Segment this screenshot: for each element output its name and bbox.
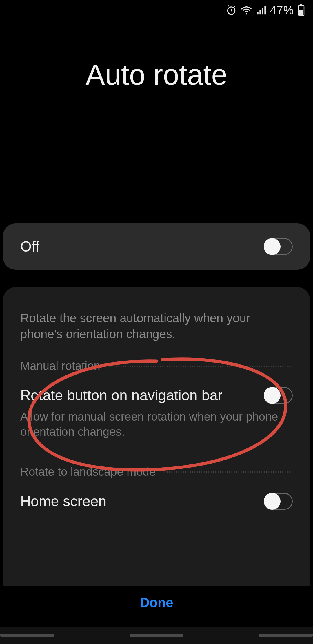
divider-dots (164, 471, 293, 473)
nav-back-button[interactable] (259, 634, 313, 637)
svg-rect-8 (299, 10, 303, 15)
home-screen-toggle[interactable] (264, 493, 293, 510)
done-button[interactable]: Done (123, 589, 191, 616)
section-header-landscape-mode: Rotate to landscape mode (20, 465, 293, 478)
toggle-knob (264, 238, 281, 255)
alarm-icon (226, 5, 237, 16)
home-screen-row[interactable]: Home screen (20, 493, 293, 510)
page-title: Auto rotate (0, 58, 313, 91)
divider-dots (109, 366, 293, 367)
settings-panel: Rotate the screen automatically when you… (3, 287, 310, 586)
setting-title: Rotate button on navigation bar (20, 387, 223, 404)
setting-subtitle: Allow for manual screen rotation when yo… (20, 409, 281, 439)
settings-description: Rotate the screen automatically when you… (20, 310, 293, 342)
nav-home-button[interactable] (130, 634, 184, 637)
battery-icon (297, 4, 305, 16)
svg-rect-7 (300, 4, 302, 6)
toggle-knob (264, 387, 281, 404)
master-toggle-row[interactable]: Off (3, 223, 310, 270)
svg-rect-3 (259, 10, 261, 15)
section-title: Manual rotation (20, 359, 100, 372)
svg-point-1 (246, 13, 247, 15)
setting-title: Home screen (20, 493, 106, 510)
signal-icon (256, 5, 266, 15)
master-toggle-label: Off (20, 238, 39, 255)
master-toggle-switch[interactable] (264, 238, 293, 255)
toggle-knob (264, 493, 281, 510)
svg-rect-2 (257, 12, 259, 15)
battery-percent: 47% (270, 4, 294, 17)
wifi-icon (240, 5, 252, 16)
nav-recent-button[interactable] (0, 634, 54, 637)
rotate-button-navbar-toggle[interactable] (264, 387, 293, 404)
section-title: Rotate to landscape mode (20, 465, 156, 478)
section-header-manual-rotation: Manual rotation (20, 359, 293, 372)
svg-rect-5 (264, 6, 266, 14)
status-bar: 47% (0, 0, 313, 20)
action-bar: Done (0, 589, 313, 616)
navigation-bar (0, 627, 313, 644)
svg-rect-4 (262, 8, 263, 15)
rotate-button-navbar-row[interactable]: Rotate button on navigation bar (20, 387, 293, 404)
